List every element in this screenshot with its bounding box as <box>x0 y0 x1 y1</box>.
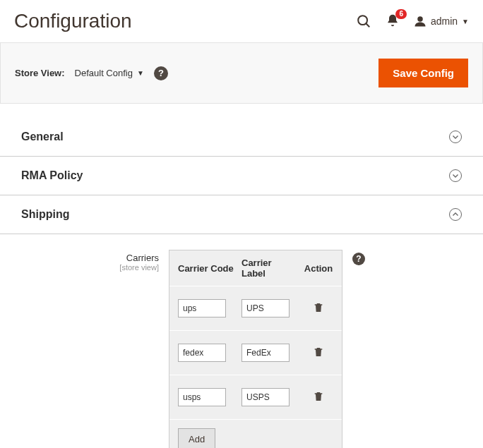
add-carrier-button[interactable]: Add <box>178 428 215 448</box>
section-label: Shipping <box>21 208 69 221</box>
carrier-label-input[interactable] <box>242 299 290 317</box>
store-view-label: Store View: <box>15 68 65 78</box>
chevron-down-icon <box>449 131 462 143</box>
carrier-label-input[interactable] <box>242 388 290 406</box>
table-row <box>169 375 342 419</box>
notifications-button[interactable]: 6 <box>386 13 400 30</box>
table-row <box>169 286 342 330</box>
delete-row-button[interactable] <box>304 346 333 358</box>
carriers-table: Carrier Code Carrier Label Action A <box>169 250 342 448</box>
carrier-code-input[interactable] <box>178 388 226 406</box>
carriers-field: Carriers [store view] Carrier Code Carri… <box>0 234 483 448</box>
column-header-label: Carrier Label <box>242 258 297 279</box>
store-view-switcher[interactable]: Default Config ▼ <box>75 68 144 78</box>
carrier-label-input[interactable] <box>242 344 290 362</box>
carrier-code-input[interactable] <box>178 299 226 317</box>
delete-row-button[interactable] <box>304 391 333 402</box>
column-header-code: Carrier Code <box>178 263 234 274</box>
field-scope: [store view] <box>21 263 159 272</box>
section-label: RMA Policy <box>21 169 83 182</box>
search-icon[interactable] <box>356 13 371 29</box>
svg-point-2 <box>417 16 423 22</box>
store-view-value: Default Config <box>75 68 133 78</box>
field-label: Carriers <box>21 253 159 263</box>
notification-count-badge: 6 <box>395 9 407 19</box>
caret-down-icon: ▼ <box>137 69 144 77</box>
carrier-code-input[interactable] <box>178 344 226 362</box>
save-config-button[interactable]: Save Config <box>378 59 468 87</box>
section-rma-policy[interactable]: RMA Policy <box>0 157 483 195</box>
page-title: Configuration <box>14 10 132 32</box>
admin-account-menu[interactable]: admin ▼ <box>414 15 469 28</box>
help-icon[interactable]: ? <box>352 253 365 265</box>
section-general[interactable]: General <box>0 118 483 157</box>
delete-row-button[interactable] <box>304 302 333 313</box>
chevron-down-icon <box>449 169 462 182</box>
admin-username: admin <box>431 16 458 27</box>
table-row <box>169 330 342 375</box>
column-header-action: Action <box>304 263 333 274</box>
section-shipping[interactable]: Shipping <box>0 195 483 234</box>
caret-down-icon: ▼ <box>462 18 469 25</box>
section-label: General <box>21 131 64 143</box>
svg-line-1 <box>366 23 369 27</box>
help-icon[interactable]: ? <box>154 66 168 80</box>
chevron-up-icon <box>449 208 462 221</box>
svg-point-0 <box>358 16 367 25</box>
